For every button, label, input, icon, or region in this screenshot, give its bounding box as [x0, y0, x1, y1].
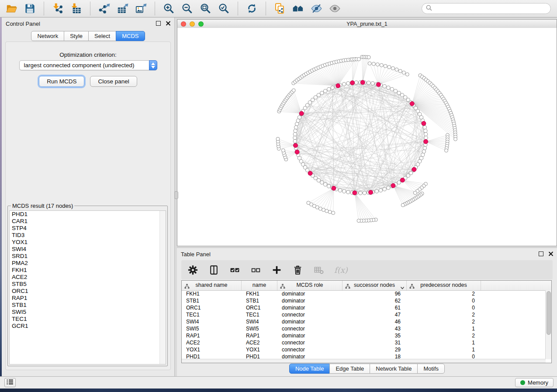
result-node-item[interactable]: FKH1 — [10, 267, 166, 274]
table-row[interactable]: YOX1YOX1connector291 — [182, 346, 546, 353]
float-icon[interactable] — [156, 21, 161, 26]
result-node-item[interactable]: GCR1 — [10, 323, 166, 330]
run-mcds-button[interactable]: Run MCDS — [39, 76, 84, 87]
delete-column-icon — [292, 265, 303, 275]
close-icon[interactable] — [165, 21, 171, 26]
zoom-out-button[interactable] — [180, 1, 194, 16]
result-node-item[interactable]: SWI5 — [10, 309, 166, 316]
tab-edge-table[interactable]: Edge Table — [329, 364, 370, 374]
float-icon[interactable] — [539, 251, 543, 256]
table-vscrollbar[interactable] — [545, 290, 551, 359]
open-file-button[interactable] — [4, 1, 19, 16]
hide-selected-button[interactable] — [309, 1, 324, 16]
result-list-scrollbar[interactable] — [159, 211, 166, 364]
memory-button[interactable]: Memory — [515, 378, 554, 387]
result-node-item[interactable]: PHD1 — [10, 211, 166, 218]
result-node-item[interactable]: STP4 — [10, 225, 166, 232]
table-settings-button[interactable] — [187, 264, 199, 276]
cell-name: FKH1 — [242, 291, 277, 297]
column-header-name[interactable]: name — [242, 281, 277, 290]
table-row[interactable]: FKH1FKH1dominator962 — [182, 290, 546, 297]
close-panel-button[interactable]: Close panel — [90, 76, 137, 87]
table-row[interactable]: SWI4SWI4dominator462 — [182, 318, 546, 325]
cell-predecessor-nodes: 1 — [407, 326, 481, 332]
network-desktop: YPA_prune.txt_1 Table Panel f(x) shared … — [175, 17, 557, 376]
table-row[interactable]: SWI5SWI5connector431 — [182, 325, 546, 332]
split-columns-button[interactable] — [208, 264, 220, 276]
export-network-button[interactable] — [97, 1, 111, 16]
network-canvas[interactable] — [177, 28, 557, 246]
cell-shared-name: ACE2 — [182, 340, 242, 346]
table-row[interactable]: RAP1RAP1dominator352 — [182, 332, 546, 339]
cell-name: TEC1 — [242, 312, 277, 318]
table-row[interactable]: TEC1TEC1connector472 — [182, 311, 546, 318]
tab-network[interactable]: Network — [31, 31, 64, 41]
import-network-button[interactable] — [51, 1, 65, 16]
window-minimize-icon[interactable] — [190, 21, 195, 27]
cell-successor-nodes: 29 — [343, 347, 407, 353]
result-node-item[interactable]: TID3 — [10, 232, 166, 239]
duplicate-network-button[interactable] — [273, 1, 287, 16]
search-input[interactable] — [434, 4, 550, 14]
zoom-in-button[interactable] — [162, 1, 176, 16]
table-row[interactable]: STB1STB1dominator620 — [182, 297, 546, 304]
refresh-view-button[interactable] — [245, 1, 259, 16]
tab-style[interactable]: Style — [64, 31, 89, 41]
result-node-item[interactable]: RAP1 — [10, 295, 166, 302]
table-header-row: shared namenameMCDS rolesuccessor nodesp… — [182, 281, 551, 291]
save-session-button[interactable] — [23, 1, 37, 16]
network-graph[interactable] — [177, 28, 557, 246]
cell-MCDS-role: connector — [277, 326, 343, 332]
column-header-successor-nodes[interactable]: successor nodes — [343, 281, 407, 290]
table-row[interactable]: ACE2ACE2connector311 — [182, 339, 546, 346]
export-image-button[interactable] — [134, 1, 148, 16]
table-vscrollbar-thumb[interactable] — [547, 291, 551, 335]
result-node-item[interactable]: SRD1 — [10, 253, 166, 260]
window-zoom-icon[interactable] — [198, 21, 204, 27]
column-header-MCDS-role[interactable]: MCDS role — [277, 281, 343, 290]
panel-divider-grip[interactable] — [174, 191, 178, 199]
first-neighbors-button[interactable] — [291, 1, 305, 16]
cell-predecessor-nodes: 2 — [407, 291, 481, 297]
select-all-button[interactable] — [229, 264, 241, 276]
import-table-button[interactable] — [69, 1, 83, 16]
tab-mcds[interactable]: MCDS — [116, 31, 145, 41]
task-list-button[interactable] — [4, 378, 16, 387]
result-node-item[interactable]: ORC1 — [10, 288, 166, 295]
result-node-item[interactable]: CAR1 — [10, 218, 166, 225]
mcds-panel: Optimization criterion: largest connecte… — [5, 41, 171, 370]
tab-motifs[interactable]: Motifs — [417, 364, 445, 374]
mcds-result-list[interactable]: PHD1CAR1STP4TID3YOX1SWI4SRD1PMA2FKH1ACE2… — [9, 210, 166, 364]
result-node-item[interactable]: ACE2 — [10, 274, 166, 281]
search-box[interactable] — [422, 3, 551, 14]
result-node-item[interactable]: SWI4 — [10, 246, 166, 253]
zoom-selected-button[interactable] — [217, 1, 231, 16]
cell-predecessor-nodes: 2 — [407, 319, 481, 325]
close-icon[interactable] — [548, 251, 554, 257]
result-node-item[interactable]: STB1 — [10, 302, 166, 309]
control-panel-header: Control Panel — [2, 17, 174, 29]
result-node-item[interactable]: STB5 — [10, 281, 166, 288]
column-header-shared-name[interactable]: shared name — [182, 281, 242, 290]
cell-shared-name: SWI4 — [182, 319, 242, 325]
tab-node-table[interactable]: Node Table — [289, 364, 330, 374]
show-all-button[interactable] — [328, 1, 342, 16]
column-header-predecessor-nodes[interactable]: predecessor nodes — [407, 281, 481, 290]
first-neighbors-icon — [292, 3, 304, 14]
delete-column-button[interactable] — [292, 264, 304, 276]
deselect-all-button[interactable] — [250, 264, 262, 276]
toolbar-separator — [155, 2, 155, 15]
zoom-fit-button[interactable] — [198, 1, 213, 16]
table-row[interactable]: ORC1ORC1dominator610 — [182, 304, 546, 311]
result-node-item[interactable]: TEC1 — [10, 316, 166, 323]
export-table-button[interactable] — [115, 1, 130, 16]
network-window-titlebar[interactable]: YPA_prune.txt_1 — [177, 20, 557, 28]
tab-network-table[interactable]: Network Table — [370, 364, 418, 374]
tab-select[interactable]: Select — [88, 31, 116, 41]
optimization-criterion-select[interactable]: largest connected component (undirected) — [19, 60, 157, 70]
result-node-item[interactable]: YOX1 — [10, 239, 166, 246]
result-node-item[interactable]: PMA2 — [10, 260, 166, 267]
window-close-icon[interactable] — [181, 21, 186, 27]
table-hscrollbar[interactable] — [182, 359, 546, 363]
add-column-button[interactable] — [271, 264, 283, 276]
